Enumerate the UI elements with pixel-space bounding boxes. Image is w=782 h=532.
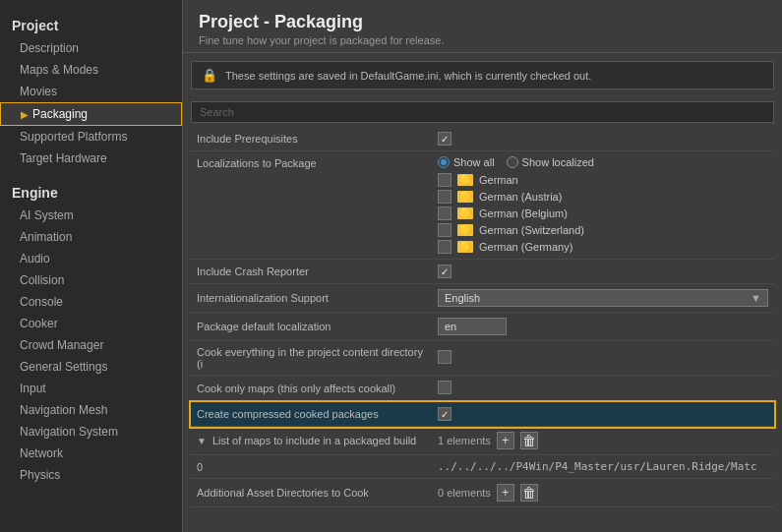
- list-item: 🟡 German (Belgium): [438, 207, 768, 220]
- sidebar-item-packaging[interactable]: ▶ Packaging: [0, 102, 182, 126]
- sidebar-item-movies[interactable]: Movies: [0, 81, 182, 102]
- include-prerequisites-row: Include Prerequisites: [191, 127, 774, 151]
- sidebar-item-maps-modes[interactable]: Maps & Modes: [0, 59, 182, 81]
- cook-everything-row: Cook everything in the project content d…: [191, 341, 774, 376]
- package-default-localization-input[interactable]: [438, 318, 507, 335]
- package-default-localization-row: Package default localization: [191, 313, 774, 341]
- internationalization-row: Internationalization Support English ▼: [191, 284, 774, 313]
- show-all-radio[interactable]: Show all: [438, 156, 495, 168]
- show-all-label: Show all: [453, 156, 495, 168]
- sidebar: Project Description Maps & Modes Movies …: [0, 0, 182, 532]
- german-belgium-flag-icon: 🟡: [457, 207, 473, 219]
- map-path: ../../../../P4Win/P4_Master/usr/Lauren.R…: [438, 460, 757, 473]
- additional-asset-label: Additional Asset Directories to Cook: [197, 487, 369, 499]
- localizations-label: Localizations to Package: [191, 151, 432, 260]
- include-crash-reporter-row: Include Crash Reporter: [191, 260, 774, 284]
- radio-group: Show all Show localized: [438, 156, 768, 168]
- engine-section-label: Engine: [0, 177, 182, 205]
- list-item: 🟡 German (Germany): [438, 240, 768, 254]
- sidebar-item-description[interactable]: Description: [0, 37, 182, 59]
- localization-list: 🟡 German 🟡 German (Austria) 🟡: [438, 173, 768, 254]
- sidebar-item-supported-platforms[interactable]: Supported Platforms: [0, 126, 182, 148]
- packaging-label: Packaging: [32, 107, 88, 121]
- cook-only-maps-checkbox[interactable]: [438, 381, 451, 394]
- sidebar-item-navigation-mesh[interactable]: Navigation Mesh: [0, 399, 182, 421]
- list-item: 🟡 German: [438, 173, 768, 187]
- add-asset-button[interactable]: +: [497, 484, 514, 502]
- cook-only-maps-row: Cook only maps (this only affects cookal…: [191, 376, 774, 402]
- cook-everything-label: Cook everything in the project content d…: [191, 341, 432, 376]
- additional-asset-count: 0 elements: [438, 487, 491, 499]
- german-checkbox[interactable]: [438, 173, 451, 187]
- list-of-maps-label: List of maps to include in a packaged bu…: [212, 435, 416, 446]
- info-bar: 🔒 These settings are saved in DefaultGam…: [191, 61, 774, 89]
- sidebar-item-audio[interactable]: Audio: [0, 248, 182, 269]
- map-index: 0: [191, 455, 432, 479]
- dropdown-arrow-icon: ▼: [751, 292, 761, 304]
- page-subtitle: Fine tune how your project is packaged f…: [199, 34, 766, 46]
- sidebar-item-target-hardware[interactable]: Target Hardware: [0, 148, 182, 169]
- sidebar-item-ai-system[interactable]: AI System: [0, 205, 182, 226]
- list-of-maps-row: ▼ List of maps to include in a packaged …: [191, 427, 774, 455]
- cook-only-maps-label: Cook only maps (this only affects cookal…: [191, 376, 432, 402]
- internationalization-value: English: [445, 292, 480, 304]
- additional-asset-row: Additional Asset Directories to Cook 0 e…: [191, 479, 774, 507]
- main-content: Project - Packaging Fine tune how your p…: [183, 0, 782, 532]
- remove-map-button[interactable]: 🗑: [520, 432, 538, 449]
- sidebar-item-console[interactable]: Console: [0, 291, 182, 313]
- include-crash-reporter-label: Include Crash Reporter: [191, 260, 432, 284]
- german-flag-icon: 🟡: [457, 174, 473, 186]
- page-title: Project - Packaging: [199, 12, 766, 32]
- list-item: 🟡 German (Switzerland): [438, 223, 768, 237]
- list-item: 🟡 German (Austria): [438, 190, 768, 204]
- sidebar-item-crowd-manager[interactable]: Crowd Manager: [0, 334, 182, 356]
- sidebar-item-network[interactable]: Network: [0, 443, 182, 464]
- add-map-button[interactable]: +: [497, 432, 514, 449]
- show-localized-radio[interactable]: Show localized: [507, 156, 594, 168]
- create-compressed-label: Create compressed cooked packages: [191, 402, 432, 427]
- german-switzerland-checkbox[interactable]: [438, 223, 451, 237]
- german-belgium-checkbox[interactable]: [438, 207, 451, 220]
- german-switzerland-flag-icon: 🟡: [457, 224, 473, 236]
- sidebar-item-animation[interactable]: Animation: [0, 226, 182, 248]
- sidebar-item-collision[interactable]: Collision: [0, 269, 182, 291]
- main-header: Project - Packaging Fine tune how your p…: [183, 0, 782, 53]
- list-of-maps-controls: 1 elements + 🗑: [438, 432, 768, 449]
- settings-table: Include Prerequisites Localizations to P…: [191, 127, 774, 507]
- show-localized-label: Show localized: [522, 156, 594, 168]
- show-all-dot: [438, 156, 450, 168]
- german-germany-checkbox[interactable]: [438, 240, 451, 254]
- lock-icon: 🔒: [202, 68, 217, 83]
- include-prerequisites-label: Include Prerequisites: [191, 127, 432, 151]
- german-germany-label: German (Germany): [479, 241, 572, 253]
- sidebar-item-cooker[interactable]: Cooker: [0, 313, 182, 334]
- show-localized-dot: [507, 156, 518, 168]
- sidebar-item-input[interactable]: Input: [0, 378, 182, 399]
- settings-area: Include Prerequisites Localizations to P…: [183, 127, 782, 532]
- german-switzerland-label: German (Switzerland): [479, 224, 584, 236]
- sidebar-item-physics[interactable]: Physics: [0, 464, 182, 486]
- sidebar-item-navigation-system[interactable]: Navigation System: [0, 421, 182, 443]
- package-default-localization-label: Package default localization: [191, 313, 432, 341]
- internationalization-label: Internationalization Support: [191, 284, 432, 313]
- german-austria-checkbox[interactable]: [438, 190, 451, 204]
- localizations-row: Localizations to Package Show all Show l…: [191, 151, 774, 260]
- remove-asset-button[interactable]: 🗑: [520, 484, 538, 502]
- list-of-maps-header: ▼ List of maps to include in a packaged …: [197, 435, 426, 446]
- german-austria-flag-icon: 🟡: [457, 191, 473, 203]
- create-compressed-checkbox[interactable]: [438, 407, 451, 421]
- collapse-arrow-icon[interactable]: ▼: [197, 436, 207, 446]
- create-compressed-row: Create compressed cooked packages: [191, 402, 774, 427]
- sidebar-item-general-settings[interactable]: General Settings: [0, 356, 182, 378]
- cook-everything-checkbox[interactable]: [438, 350, 451, 364]
- additional-asset-controls: 0 elements + 🗑: [438, 484, 768, 502]
- internationalization-dropdown[interactable]: English ▼: [438, 289, 768, 307]
- list-of-maps-count: 1 elements: [438, 435, 491, 446]
- include-prerequisites-checkbox[interactable]: [438, 132, 451, 146]
- german-austria-label: German (Austria): [479, 191, 562, 203]
- include-crash-reporter-checkbox[interactable]: [438, 265, 451, 278]
- project-section-label: Project: [0, 10, 182, 37]
- german-germany-flag-icon: 🟡: [457, 241, 473, 253]
- search-input[interactable]: [191, 101, 774, 123]
- info-text: These settings are saved in DefaultGame.…: [225, 70, 591, 82]
